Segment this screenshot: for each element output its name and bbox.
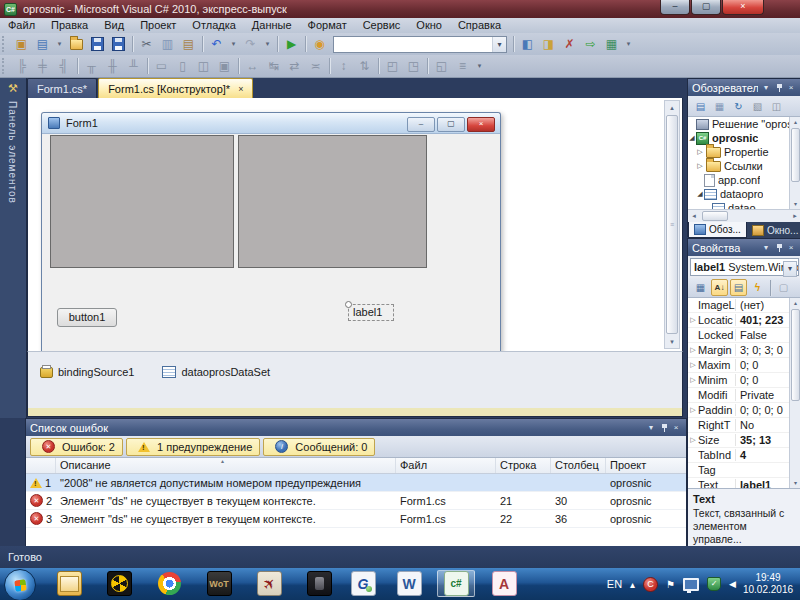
properties-window-icon[interactable]: ▤ bbox=[692, 98, 709, 115]
alphabetical-sort-icon[interactable]: A↓ bbox=[711, 279, 728, 296]
property-row[interactable]: ▷Margin3; 0; 3; 0 bbox=[688, 343, 800, 358]
scrollbar-thumb[interactable] bbox=[702, 211, 728, 221]
collapsed-icon[interactable]: ▷ bbox=[696, 148, 704, 156]
tab-form1-cs[interactable]: Form1.cs* bbox=[27, 78, 97, 98]
find-combobox[interactable]: ▾ bbox=[333, 36, 507, 53]
increase-vertical-spacing-icon[interactable]: ⇅ bbox=[355, 57, 374, 76]
errors-filter-button[interactable]: ✕ Ошибок: 2 bbox=[30, 438, 123, 456]
properties-view-icon[interactable]: ▤ bbox=[730, 279, 747, 296]
start-page-icon[interactable]: ⇨ bbox=[581, 35, 600, 54]
taskbar-chrome-button[interactable] bbox=[150, 570, 188, 597]
save-icon[interactable] bbox=[88, 35, 107, 54]
header-icon-column[interactable] bbox=[26, 458, 56, 473]
find-symbol-icon[interactable]: ◧ bbox=[518, 35, 537, 54]
tray-dataoprosdataset[interactable]: dataoprosDataSet bbox=[162, 366, 270, 378]
pin-icon[interactable] bbox=[661, 423, 668, 432]
same-width-icon[interactable]: ▭ bbox=[152, 57, 171, 76]
view-code-icon[interactable]: ▧ bbox=[749, 98, 766, 115]
bring-to-front-icon[interactable]: ◱ bbox=[432, 57, 451, 76]
center-horizontally-icon[interactable]: ◰ bbox=[383, 57, 402, 76]
find-dropdown-icon[interactable]: ▾ bbox=[492, 37, 506, 52]
error-list-titlebar[interactable]: Список ошибок ▾ × bbox=[26, 419, 686, 436]
save-all-icon[interactable] bbox=[109, 35, 128, 54]
menu-project[interactable]: Проект bbox=[132, 18, 184, 33]
minimize-button[interactable]: – bbox=[660, 0, 690, 15]
scroll-left-icon[interactable]: ◂ bbox=[688, 212, 700, 220]
scroll-up-icon[interactable]: ▴ bbox=[790, 117, 800, 127]
expanded-icon[interactable]: ◢ bbox=[688, 134, 696, 142]
scroll-down-icon[interactable]: ▾ bbox=[790, 478, 800, 488]
undo-icon[interactable]: ↶ bbox=[207, 35, 226, 54]
align-centers-icon[interactable]: ╪ bbox=[33, 57, 52, 76]
copy-icon[interactable]: ▥ bbox=[158, 35, 177, 54]
tab-form1-designer[interactable]: Form1.cs [Конструктор]* × bbox=[98, 78, 253, 98]
property-pages-icon[interactable]: ▢ bbox=[775, 279, 792, 296]
grid-vertical-scrollbar[interactable]: ▴ ▾ bbox=[789, 298, 800, 488]
taskbar-clock[interactable]: 19:49 10.02.2016 bbox=[738, 568, 798, 600]
tree-horizontal-scrollbar[interactable]: ◂ ▸ bbox=[688, 209, 800, 222]
tab-close-icon[interactable]: × bbox=[238, 84, 243, 94]
property-row[interactable]: ▷Locatic401; 223 bbox=[688, 313, 800, 328]
find-input[interactable] bbox=[334, 38, 492, 50]
open-folder-icon[interactable] bbox=[67, 35, 86, 54]
tab-database-window[interactable]: Окно... bbox=[747, 222, 800, 238]
menu-edit[interactable]: Правка bbox=[43, 18, 96, 33]
scrollbar-thumb[interactable] bbox=[791, 128, 800, 182]
selector-dropdown-icon[interactable]: ▾ bbox=[783, 261, 797, 276]
tree-item-dataset[interactable]: ◢ dataopro bbox=[688, 187, 800, 201]
tree-item-solution[interactable]: Решение "opros bbox=[688, 117, 800, 131]
make-horizontal-spacing-equal-icon[interactable]: ↔ bbox=[243, 57, 262, 76]
property-row[interactable]: ImageL(нет) bbox=[688, 298, 800, 313]
show-hidden-icons-button[interactable]: ▴ bbox=[630, 579, 635, 590]
center-vertically-icon[interactable]: ◳ bbox=[404, 57, 423, 76]
events-icon[interactable]: ϟ bbox=[749, 279, 766, 296]
window-position-icon[interactable]: ▾ bbox=[760, 243, 772, 252]
tree-vertical-scrollbar[interactable]: ▴ ▾ bbox=[789, 117, 800, 209]
same-height-icon[interactable]: ▯ bbox=[173, 57, 192, 76]
scroll-up-icon[interactable]: ▴ bbox=[790, 298, 800, 308]
volume-tray-icon[interactable]: ◀ bbox=[729, 579, 736, 589]
error-row[interactable]: 1 "2008" не является допустимым номером … bbox=[26, 474, 686, 492]
expand-icon[interactable]: ▷ bbox=[688, 436, 698, 444]
menu-format[interactable]: Формат bbox=[300, 18, 355, 33]
tree-item-properties[interactable]: ▷ Propertie bbox=[688, 145, 800, 159]
expand-icon[interactable]: ▷ bbox=[688, 406, 698, 414]
close-panel-icon[interactable]: × bbox=[785, 83, 797, 92]
cut-icon[interactable]: ✂ bbox=[137, 35, 156, 54]
security-tray-icon[interactable]: ✓ bbox=[707, 577, 721, 591]
menu-window[interactable]: Окно bbox=[408, 18, 450, 33]
taskbar-warthunder-button[interactable]: ✈ bbox=[250, 570, 288, 597]
property-row[interactable]: ▷Size35; 13 bbox=[688, 433, 800, 448]
property-row[interactable]: RightTNo bbox=[688, 418, 800, 433]
design-label1[interactable]: label1 bbox=[348, 304, 394, 321]
start-debug-icon[interactable]: ▶ bbox=[282, 35, 301, 54]
data-sources-icon[interactable]: ▦ bbox=[602, 35, 621, 54]
taskbar-game-button[interactable] bbox=[300, 570, 338, 597]
design-button1[interactable]: button1 bbox=[57, 308, 117, 327]
tree-item-partial[interactable]: datao bbox=[688, 201, 800, 209]
property-row[interactable]: Tag bbox=[688, 463, 800, 478]
header-project[interactable]: Проект bbox=[606, 458, 686, 473]
taskbar-explorer-button[interactable] bbox=[50, 570, 88, 597]
header-description[interactable]: Описание bbox=[56, 458, 396, 473]
tab-solution-explorer[interactable]: Обоз... bbox=[688, 222, 747, 238]
designer-vertical-scrollbar[interactable]: ▴ ≡ ▾ bbox=[664, 100, 680, 349]
taskbar-radiation-app-button[interactable] bbox=[100, 570, 138, 597]
align-bottoms-icon[interactable]: ╨ bbox=[124, 57, 143, 76]
selection-handle[interactable] bbox=[345, 301, 352, 308]
toolbar-overflow-icon[interactable]: ▾ bbox=[623, 35, 634, 54]
scroll-up-icon[interactable]: ▴ bbox=[665, 101, 679, 114]
toolbox-tab-strip[interactable]: ⚒ Панель элементов bbox=[0, 78, 27, 418]
window-position-icon[interactable]: ▾ bbox=[645, 423, 657, 432]
tab-order-icon[interactable]: ≡ bbox=[453, 57, 472, 76]
increase-horizontal-spacing-icon[interactable]: ↹ bbox=[264, 57, 283, 76]
refresh-icon[interactable]: ↻ bbox=[730, 98, 747, 115]
menu-debug[interactable]: Отладка bbox=[184, 18, 243, 33]
toolbar-overflow-icon[interactable]: ▾ bbox=[474, 57, 485, 76]
scroll-right-icon[interactable]: ▸ bbox=[789, 212, 800, 220]
align-rights-icon[interactable]: ╣ bbox=[54, 57, 73, 76]
taskbar-visual-csharp-button[interactable]: c# bbox=[437, 570, 475, 597]
taskbar-wot-button[interactable]: WoT bbox=[200, 570, 238, 597]
design-picturebox1[interactable] bbox=[50, 135, 234, 268]
messages-filter-button[interactable]: i Сообщений: 0 bbox=[263, 438, 375, 456]
